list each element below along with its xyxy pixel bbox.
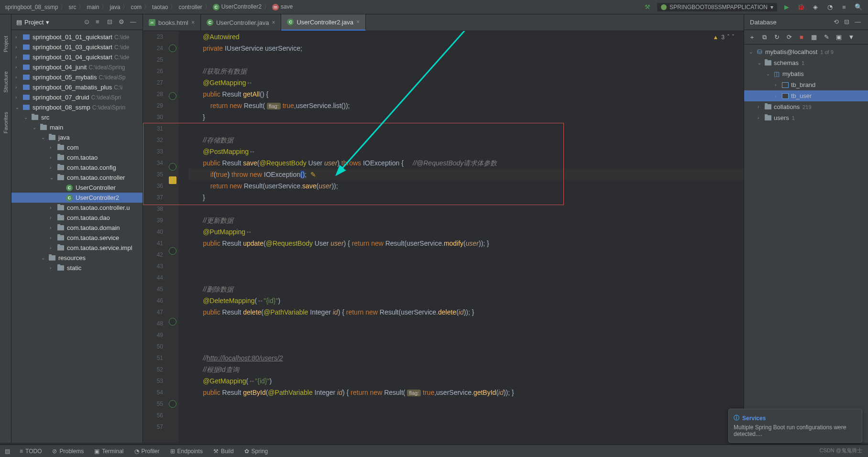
tree-item[interactable]: ›static [11, 263, 143, 273]
tree-item[interactable]: ›springboot_01_01_quickstartC:\ide [11, 32, 143, 42]
breadcrumb-segment[interactable]: controller [178, 4, 202, 11]
project-tab[interactable]: Project [3, 33, 9, 54]
inspection-indicator[interactable]: ▲ 3 ˆ ˇ [713, 34, 734, 41]
refresh-icon[interactable]: ⟲ [834, 18, 841, 26]
chevron-down-icon: ▾ [770, 4, 773, 11]
db-tree-item[interactable]: ›tb_user [744, 90, 868, 101]
tree-item[interactable]: ›springboot_01_03_quickstartC:\ide [11, 42, 143, 52]
console-icon[interactable]: ▣ [835, 33, 843, 41]
tree-item[interactable]: ›com.taotao.service.impl [11, 243, 143, 253]
collapse-icon[interactable]: ⊟ [107, 18, 115, 26]
select-opened-icon[interactable]: ⊙ [84, 18, 92, 26]
tree-item[interactable]: CUserController [11, 183, 143, 193]
tool-window-button[interactable]: ⊞Endpoints [170, 448, 203, 455]
close-icon[interactable]: × [191, 19, 195, 26]
tree-item[interactable]: ›com.taotao.domain [11, 223, 143, 233]
add-datasource-icon[interactable]: ＋ [748, 33, 756, 41]
project-tree[interactable]: ›springboot_01_01_quickstartC:\ide›sprin… [11, 30, 143, 443]
tool-window-button[interactable]: ≡TODO [20, 448, 42, 455]
run-gutter-icon[interactable] [169, 163, 176, 171]
tree-item[interactable]: ›com.taotao [11, 152, 143, 163]
tree-item[interactable]: ›springboot_04_junitC:\idea\Spring [11, 62, 143, 72]
tree-item[interactable]: ›springboot_01_04_quickstartC:\ide [11, 52, 143, 62]
search-icon[interactable]: 🔍 [854, 2, 863, 12]
tree-item[interactable]: ⌄java [11, 132, 143, 142]
tool-window-button[interactable]: ⊘Problems [52, 448, 84, 455]
database-tree[interactable]: ⌄⛁mybatis@localhost1 of 9⌄schemas1⌄◫myba… [744, 44, 868, 443]
tree-item[interactable]: ›com.taotao.service [11, 233, 143, 243]
tree-item[interactable]: ›com.taotao.controller.u [11, 203, 143, 213]
run-icon[interactable]: ▶ [782, 2, 791, 12]
breadcrumb-segment[interactable]: java [110, 4, 120, 11]
stop-icon[interactable]: ■ [798, 33, 805, 41]
breadcrumb-segment[interactable]: main [87, 4, 99, 11]
duplicate-icon[interactable]: ⧉ [760, 33, 768, 41]
db-tree-item[interactable]: ›tb_brand [744, 79, 868, 90]
favorites-tab[interactable]: Favorites [3, 109, 9, 136]
db-tree-item[interactable]: ⌄schemas1 [744, 57, 868, 68]
breadcrumb-segment[interactable]: com [131, 4, 142, 11]
close-icon[interactable]: × [356, 19, 360, 25]
run-gutter-icon[interactable] [169, 400, 176, 408]
close-icon[interactable]: × [272, 19, 275, 26]
breadcrumb-segment[interactable]: src [68, 4, 76, 11]
profile-icon[interactable]: ◔ [825, 2, 835, 12]
editor-tab[interactable]: CUserController.java× [201, 14, 282, 31]
run-gutter-icon[interactable] [169, 247, 176, 255]
expand-icon[interactable]: ≡ [96, 18, 103, 26]
tree-item[interactable]: ›com.taotao.config [11, 163, 143, 173]
db-tree-item[interactable]: ›collations219 [744, 101, 868, 112]
editor-tab[interactable]: CUserController2.java× [281, 14, 366, 31]
tool-window-button[interactable]: ⚒Build [213, 448, 234, 455]
tool-window-button[interactable]: ▣Terminal [94, 448, 123, 455]
run-config-selector[interactable]: SPRINGBOOT08SSMPAPPLICATION ▾ [657, 3, 777, 11]
tool-window-button[interactable]: ◔Profiler [134, 448, 160, 455]
sync-icon[interactable]: ↻ [773, 33, 780, 41]
hide-icon[interactable]: — [855, 18, 862, 26]
hide-icon[interactable]: — [130, 18, 138, 26]
db-tree-item[interactable]: ›users1 [744, 112, 868, 123]
breadcrumb-segment[interactable]: CUserController2 [213, 3, 262, 11]
editor-tab[interactable]: Hbooks.html× [143, 14, 201, 31]
collapse-icon[interactable]: ⊟ [844, 18, 852, 26]
left-tool-strip: Project Structure Favorites [0, 14, 11, 443]
debug-icon[interactable]: 🐞 [796, 2, 806, 12]
tree-item[interactable]: ⌄com.taotao.controller [11, 173, 143, 183]
rollback-icon[interactable]: ⟳ [785, 33, 793, 41]
run-gutter-icon[interactable] [169, 44, 176, 52]
tree-item[interactable]: CUserController2 [11, 193, 143, 203]
breadcrumb-segment[interactable]: msave [272, 3, 293, 11]
tree-item[interactable]: ›springboot_06_mabatis_plusC:\i [11, 82, 143, 92]
tool-window-button[interactable]: ▤ [5, 448, 10, 455]
tree-item[interactable]: ›com.taotao.dao [11, 213, 143, 223]
code-editor[interactable]: @Autowired private IUserService userServ… [178, 31, 744, 443]
chevron-up-icon[interactable]: ˆ [727, 34, 729, 41]
tree-item[interactable]: ⌄springboot_08_ssmpC:\idea\Sprin [11, 102, 143, 112]
run-gutter-icon[interactable] [169, 318, 176, 326]
project-panel-title[interactable]: ▤ Project ▾ [16, 19, 49, 26]
tree-item[interactable]: ›com [11, 142, 143, 152]
notification-popup[interactable]: ⓘServices Multiple Spring Boot run confi… [728, 409, 862, 443]
run-gutter-icon[interactable] [169, 92, 176, 100]
db-tree-item[interactable]: ⌄◫mybatis [744, 68, 868, 79]
edit-icon[interactable]: ✎ [823, 33, 830, 41]
breadcrumb-segment[interactable]: springboot_08_ssmp [5, 4, 58, 11]
tree-item[interactable]: ⌄main [11, 122, 143, 132]
intention-bulb-icon[interactable] [169, 176, 176, 184]
tool-window-button[interactable]: ✿Spring [244, 448, 268, 455]
coverage-icon[interactable]: ◈ [811, 2, 820, 12]
db-tree-item[interactable]: ⌄⛁mybatis@localhost1 of 9 [744, 46, 868, 57]
filter-icon[interactable]: ▼ [847, 33, 855, 41]
structure-tab[interactable]: Structure [3, 69, 9, 95]
settings-icon[interactable]: ⚙ [119, 18, 126, 26]
tree-item[interactable]: ›springboot_07_druidC:\idea\Spri [11, 92, 143, 102]
tree-item[interactable]: ⌄src [11, 112, 143, 122]
stop-icon[interactable]: ■ [839, 2, 849, 12]
code-area[interactable]: 2324252627282930313233343536373839404142… [143, 31, 744, 443]
tree-item[interactable]: ⌄resources [11, 253, 143, 263]
table-icon[interactable]: ▦ [810, 33, 818, 41]
breadcrumb-segment[interactable]: taotao [152, 4, 168, 11]
tree-item[interactable]: ›springboot_05_mybatisC:\idea\Sp [11, 72, 143, 82]
hammer-icon[interactable]: ⚒ [643, 2, 652, 12]
chevron-down-icon[interactable]: ˇ [732, 34, 734, 41]
